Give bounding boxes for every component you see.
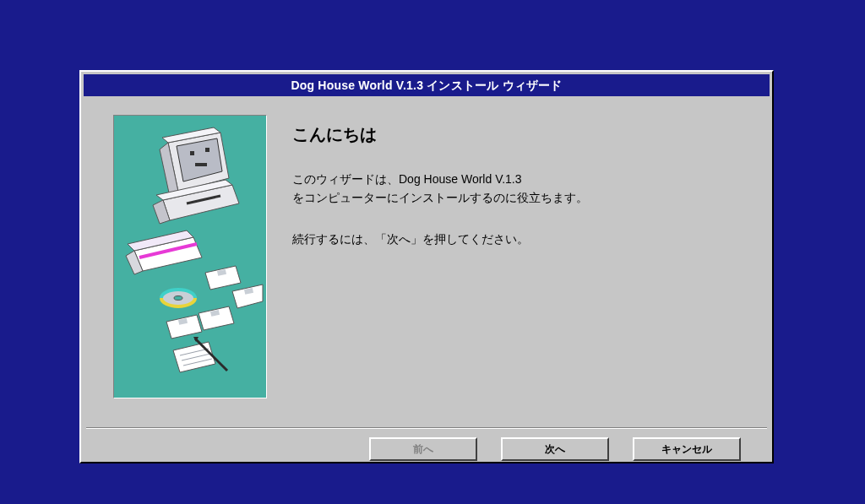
button-bar: 前へ 次へ キャンセル bbox=[84, 429, 770, 461]
wizard-window: Dog House World V.1.3 インストール ウィザード bbox=[79, 70, 774, 463]
svg-rect-4 bbox=[205, 148, 209, 152]
next-button[interactable]: 次へ bbox=[501, 437, 609, 461]
retro-computer-icon bbox=[114, 116, 266, 398]
svg-marker-17 bbox=[205, 266, 241, 290]
illustration-panel bbox=[113, 115, 267, 398]
svg-marker-20 bbox=[166, 315, 202, 339]
svg-rect-5 bbox=[195, 163, 207, 166]
body-line-2: をコンピューターにインストールするのに役立ちます。 bbox=[292, 188, 588, 207]
svg-marker-19 bbox=[199, 306, 234, 330]
window-inner: Dog House World V.1.3 インストール ウィザード bbox=[84, 74, 770, 459]
svg-rect-3 bbox=[190, 151, 194, 155]
welcome-heading: こんにちは bbox=[292, 123, 588, 146]
cancel-button[interactable]: キャンセル bbox=[633, 437, 741, 461]
wizard-text: こんにちは このウィザードは、Dog House World V.1.3 をコン… bbox=[267, 115, 588, 427]
body-line-1: このウィザードは、Dog House World V.1.3 bbox=[292, 170, 588, 188]
svg-marker-18 bbox=[232, 285, 263, 308]
back-button: 前へ bbox=[369, 437, 477, 461]
body-line-3: 続行するには、「次へ」を押してください。 bbox=[292, 230, 588, 248]
content-area: こんにちは このウィザードは、Dog House World V.1.3 をコン… bbox=[84, 96, 770, 427]
svg-point-16 bbox=[174, 296, 182, 301]
window-title: Dog House World V.1.3 インストール ウィザード bbox=[84, 74, 770, 96]
